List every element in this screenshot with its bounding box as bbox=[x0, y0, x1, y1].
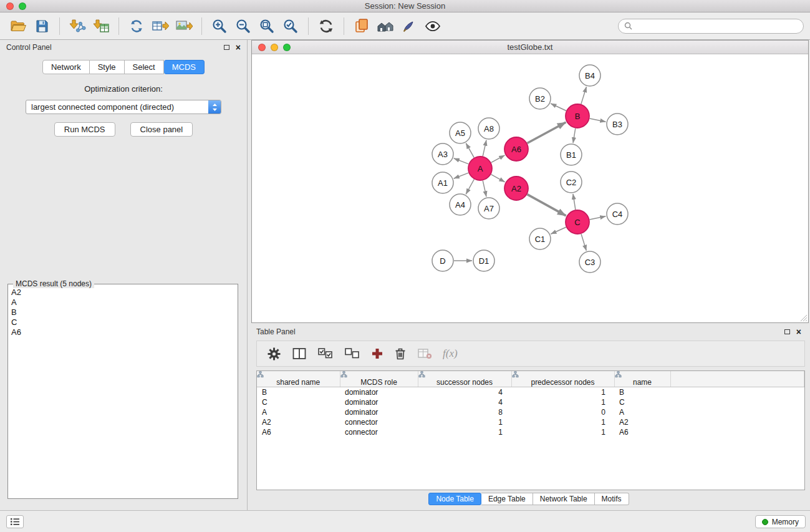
table-row[interactable]: Bdominator41B bbox=[257, 387, 804, 398]
graph-node-A8[interactable]: A8 bbox=[478, 118, 499, 139]
graph-node-B4[interactable]: B4 bbox=[579, 65, 600, 86]
node-table[interactable]: shared name MCDS role successor nodes pr… bbox=[256, 370, 805, 490]
mcds-result-item[interactable]: C bbox=[11, 317, 237, 327]
graph-node-C1[interactable]: C1 bbox=[529, 228, 551, 249]
delete-table-button[interactable] bbox=[417, 347, 432, 360]
annotation-button[interactable] bbox=[397, 15, 421, 37]
graph-node-B3[interactable]: B3 bbox=[607, 114, 628, 135]
mcds-result-item[interactable]: B bbox=[11, 307, 237, 317]
graph-node-C3[interactable]: C3 bbox=[579, 251, 600, 273]
table-row[interactable]: Adominator80A bbox=[257, 407, 804, 417]
mcds-result-item[interactable]: A bbox=[11, 297, 237, 307]
zoom-out-button[interactable] bbox=[231, 15, 255, 37]
close-table-panel-icon[interactable]: × bbox=[796, 329, 801, 335]
graph-edge-B-B4[interactable] bbox=[581, 87, 587, 104]
optimization-criterion-select[interactable]: largest connected component (directed) bbox=[26, 100, 221, 114]
graph-edge-B-B1[interactable] bbox=[573, 128, 576, 143]
graph-edge-C-C2[interactable] bbox=[573, 194, 576, 210]
graph-edge-A-A5[interactable] bbox=[466, 143, 474, 158]
graph-node-A4[interactable]: A4 bbox=[450, 194, 471, 215]
graph-node-A1[interactable]: A1 bbox=[432, 172, 453, 193]
graph-node-A3[interactable]: A3 bbox=[432, 143, 453, 165]
graph-edge-A-A1[interactable] bbox=[454, 173, 469, 178]
tab-select[interactable]: Select bbox=[125, 60, 164, 74]
resize-handle-icon[interactable] bbox=[799, 314, 808, 322]
layout-button[interactable] bbox=[350, 15, 374, 37]
graph-edge-A-A2[interactable] bbox=[491, 175, 505, 182]
tab-edge-table[interactable]: Edge Table bbox=[481, 493, 533, 505]
table-settings-button[interactable] bbox=[267, 347, 281, 361]
tab-network-table[interactable]: Network Table bbox=[533, 493, 595, 505]
open-session-button[interactable] bbox=[6, 15, 30, 37]
graph-node-D[interactable]: D bbox=[432, 250, 453, 271]
graph-node-A[interactable]: A bbox=[468, 157, 492, 180]
graph-node-B1[interactable]: B1 bbox=[561, 144, 582, 165]
graph-edge-B-B3[interactable] bbox=[590, 118, 606, 122]
graph-node-A2[interactable]: A2 bbox=[504, 177, 528, 200]
mcds-result-item[interactable]: A2 bbox=[11, 288, 237, 297]
graph-node-B2[interactable]: B2 bbox=[529, 88, 551, 109]
close-window-button[interactable] bbox=[6, 2, 14, 10]
minimize-network-button[interactable] bbox=[271, 44, 278, 51]
show-columns-button[interactable] bbox=[292, 347, 307, 360]
tab-motifs[interactable]: Motifs bbox=[595, 493, 629, 505]
tasks-button[interactable] bbox=[6, 515, 24, 528]
column-header-predecessor-nodes[interactable]: predecessor nodes bbox=[511, 371, 614, 387]
import-table-button[interactable] bbox=[89, 15, 113, 37]
graph-edge-A-A3[interactable] bbox=[454, 158, 469, 164]
home-button[interactable] bbox=[374, 15, 397, 37]
graph-node-C[interactable]: C bbox=[566, 210, 589, 234]
table-row[interactable]: Cdominator41C bbox=[257, 397, 804, 407]
network-graph[interactable]: B4B2BB3A8A5A6A3B1AC2A1A2A4A7C4CC1C3DD1 bbox=[252, 54, 808, 322]
column-header-shared-name[interactable]: shared name bbox=[257, 371, 340, 387]
graphics-details-button[interactable] bbox=[421, 15, 445, 37]
table-row[interactable]: A2connector11A2 bbox=[257, 417, 804, 427]
graph-node-C4[interactable]: C4 bbox=[607, 203, 628, 225]
function-builder-button[interactable]: f(x) bbox=[443, 347, 458, 360]
column-header-name[interactable]: name bbox=[614, 371, 670, 387]
zoom-selected-button[interactable] bbox=[279, 15, 302, 37]
graph-edge-A-A4[interactable] bbox=[466, 180, 474, 195]
export-image-button[interactable] bbox=[172, 15, 196, 37]
zoom-window-button[interactable] bbox=[19, 2, 26, 10]
memory-button[interactable]: Memory bbox=[755, 515, 806, 528]
table-row[interactable]: A6connector11A6 bbox=[257, 427, 804, 437]
graph-node-A5[interactable]: A5 bbox=[450, 122, 471, 143]
graph-edge-C-C3[interactable] bbox=[581, 234, 586, 251]
graph-edge-B-B2[interactable] bbox=[551, 104, 566, 111]
save-session-button[interactable] bbox=[30, 15, 54, 37]
graph-node-D1[interactable]: D1 bbox=[473, 250, 494, 271]
search-box[interactable] bbox=[618, 19, 804, 34]
tab-mcds[interactable]: MCDS bbox=[164, 60, 205, 74]
float-panel-icon[interactable] bbox=[224, 45, 229, 50]
tab-node-table[interactable]: Node Table bbox=[428, 493, 481, 505]
export-network-button[interactable] bbox=[125, 15, 148, 37]
graph-edge-A-A8[interactable] bbox=[483, 140, 486, 157]
graph-node-C2[interactable]: C2 bbox=[561, 172, 582, 193]
zoom-in-button[interactable] bbox=[208, 15, 231, 37]
graph-edge-A2-C[interactable] bbox=[528, 195, 566, 216]
export-table-button[interactable] bbox=[148, 15, 172, 37]
graph-node-A6[interactable]: A6 bbox=[504, 137, 528, 161]
float-table-panel-icon[interactable] bbox=[784, 329, 790, 334]
close-panel-icon[interactable]: × bbox=[236, 44, 241, 51]
graph-edge-A-A7[interactable] bbox=[483, 181, 486, 197]
tab-network[interactable]: Network bbox=[42, 60, 90, 74]
graph-edge-C-C4[interactable] bbox=[590, 216, 606, 220]
delete-column-button[interactable] bbox=[394, 347, 407, 360]
add-column-button[interactable] bbox=[371, 347, 383, 360]
column-header-mcds-role[interactable]: MCDS role bbox=[340, 371, 418, 387]
select-all-button[interactable] bbox=[317, 347, 334, 360]
graph-node-A7[interactable]: A7 bbox=[478, 198, 499, 219]
zoom-network-button[interactable] bbox=[283, 44, 291, 51]
graph-edge-A6-B[interactable] bbox=[528, 122, 566, 143]
zoom-fit-button[interactable] bbox=[255, 15, 279, 37]
column-header-successor-nodes[interactable]: successor nodes bbox=[418, 371, 511, 387]
close-network-button[interactable] bbox=[258, 44, 266, 51]
graph-edge-A-A6[interactable] bbox=[491, 155, 505, 163]
refresh-button[interactable] bbox=[314, 15, 338, 37]
network-canvas[interactable]: B4B2BB3A8A5A6A3B1AC2A1A2A4A7C4CC1C3DD1 bbox=[252, 54, 808, 322]
run-mcds-button[interactable]: Run MCDS bbox=[54, 122, 115, 137]
close-panel-button[interactable]: Close panel bbox=[130, 122, 193, 137]
tab-style[interactable]: Style bbox=[90, 60, 125, 74]
